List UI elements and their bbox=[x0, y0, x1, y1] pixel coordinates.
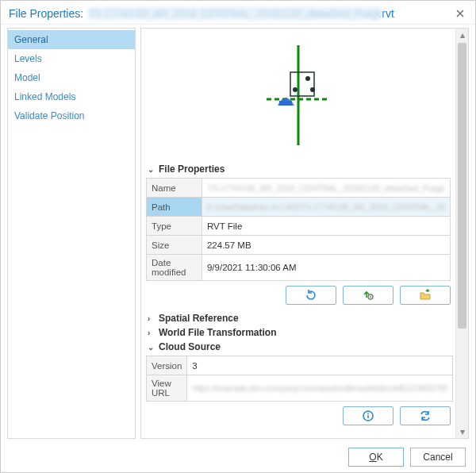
svg-point-5 bbox=[310, 87, 315, 92]
refresh-icon bbox=[305, 289, 317, 302]
file-preview-thumbnail bbox=[146, 30, 451, 160]
chevron-right-icon: › bbox=[148, 329, 159, 337]
section-spatial-reference-header[interactable]: › Spatial Reference bbox=[148, 313, 451, 324]
prop-label: Type bbox=[147, 217, 202, 236]
sync-button[interactable] bbox=[400, 406, 451, 425]
table-row: Name TS-17743-00_AR_2018_CENTRAL_2018112… bbox=[147, 179, 451, 198]
table-row: Date modified 9/9/2021 11:30:06 AM bbox=[147, 255, 451, 281]
refresh-button[interactable] bbox=[286, 286, 336, 305]
table-row: Type RVT File bbox=[147, 217, 451, 236]
sidebar-item-general[interactable]: General bbox=[8, 30, 135, 49]
sidebar: General Levels Model Linked Models Valid… bbox=[7, 28, 136, 439]
chevron-down-icon: ⌄ bbox=[148, 343, 159, 352]
sidebar-item-label: Levels bbox=[14, 53, 42, 64]
folder-open-icon bbox=[419, 289, 432, 302]
section-file-properties-header[interactable]: ⌄ File Properties bbox=[148, 163, 451, 175]
table-row: Path E:\UserData\Intro to CAD\TS-17743-0… bbox=[147, 198, 451, 217]
gear-up-icon bbox=[362, 289, 374, 302]
info-icon bbox=[363, 410, 374, 421]
prop-label: Date modified bbox=[147, 255, 202, 281]
section-label: Cloud Source bbox=[159, 341, 221, 352]
close-button[interactable] bbox=[451, 5, 469, 22]
dialog-footer: OK Cancel bbox=[1, 442, 475, 472]
section-cloud-source-header[interactable]: ⌄ Cloud Source bbox=[148, 341, 451, 352]
svg-point-3 bbox=[305, 76, 310, 81]
svg-rect-2 bbox=[290, 72, 314, 96]
section-world-file-header[interactable]: › World File Transformation bbox=[148, 327, 451, 338]
prop-label: Path bbox=[147, 198, 202, 217]
section-label: File Properties bbox=[159, 163, 225, 175]
dialog-title-label: File Properties: bbox=[9, 7, 83, 20]
prop-label: Name bbox=[147, 179, 202, 198]
file-properties-table: Name TS-17743-00_AR_2018_CENTRAL_2018112… bbox=[146, 178, 451, 281]
content-scroll-area: ⌄ File Properties Name TS-17743-00_AR_20… bbox=[141, 29, 455, 438]
svg-rect-10 bbox=[367, 415, 369, 418]
info-button[interactable] bbox=[343, 406, 393, 425]
svg-point-8 bbox=[370, 296, 371, 298]
sidebar-item-label: Validate Position bbox=[14, 110, 85, 121]
ok-button[interactable]: OK bbox=[348, 448, 404, 467]
prop-value-size: 224.57 MB bbox=[202, 236, 450, 255]
prop-value-version: 3 bbox=[187, 356, 453, 375]
calculate-button[interactable] bbox=[343, 286, 393, 305]
sidebar-item-levels[interactable]: Levels bbox=[8, 49, 135, 68]
content-panel: ⌄ File Properties Name TS-17743-00_AR_20… bbox=[140, 28, 469, 439]
prop-value-viewurl: https://example.bim.company.com/view/rev… bbox=[187, 375, 453, 402]
table-row: Version 3 bbox=[147, 356, 453, 375]
prop-value-path[interactable]: E:\UserData\Intro to CAD\TS-17743-00_AR_… bbox=[202, 198, 450, 217]
svg-rect-6 bbox=[279, 101, 292, 106]
cancel-button[interactable]: Cancel bbox=[410, 448, 466, 467]
sidebar-item-label: Model bbox=[14, 72, 40, 83]
sync-icon bbox=[419, 410, 432, 422]
sidebar-item-model[interactable]: Model bbox=[8, 68, 135, 87]
titlebar: File Properties: TS 17743-00_AR_2018_CEN… bbox=[1, 1, 475, 25]
scroll-thumb[interactable] bbox=[458, 43, 466, 329]
prop-label: View URL bbox=[147, 375, 187, 402]
svg-rect-11 bbox=[367, 413, 369, 414]
prop-value-date: 9/9/2021 11:30:06 AM bbox=[202, 255, 450, 281]
section-label: Spatial Reference bbox=[159, 313, 239, 324]
cloud-source-table: Version 3 View URL https://example.bim.c… bbox=[146, 356, 453, 402]
chevron-right-icon: › bbox=[148, 314, 159, 323]
scroll-up-arrow[interactable]: ▴ bbox=[456, 29, 468, 41]
sidebar-item-validate-position[interactable]: Validate Position bbox=[8, 106, 135, 125]
cancel-label: Cancel bbox=[423, 452, 452, 463]
prop-label: Size bbox=[147, 236, 202, 255]
dialog-body: General Levels Model Linked Models Valid… bbox=[1, 25, 475, 442]
open-folder-button[interactable] bbox=[400, 286, 451, 305]
sidebar-item-linked-models[interactable]: Linked Models bbox=[8, 87, 135, 106]
sidebar-item-label: Linked Models bbox=[14, 91, 75, 102]
vertical-scrollbar[interactable]: ▴ ▾ bbox=[455, 29, 468, 438]
cloud-source-button-row bbox=[146, 406, 451, 425]
prop-value-name: TS-17743-00_AR_2018_CENTRAL_20181120_det… bbox=[202, 179, 450, 198]
table-row: View URL https://example.bim.company.com… bbox=[147, 375, 453, 402]
preview-image bbox=[251, 44, 346, 147]
sidebar-item-label: General bbox=[14, 34, 48, 45]
prop-label: Version bbox=[147, 356, 187, 375]
file-properties-button-row bbox=[146, 286, 451, 305]
chevron-down-icon: ⌄ bbox=[148, 165, 159, 174]
table-row: Size 224.57 MB bbox=[147, 236, 451, 255]
dialog-title-filename: TS 17743-00_AR_2018_CENTRAL_20181120_det… bbox=[88, 7, 382, 20]
close-icon bbox=[456, 10, 464, 17]
svg-point-4 bbox=[293, 87, 298, 92]
prop-value-type: RVT File bbox=[202, 217, 450, 236]
scroll-down-arrow[interactable]: ▾ bbox=[456, 425, 468, 438]
section-label: World File Transformation bbox=[159, 327, 276, 338]
